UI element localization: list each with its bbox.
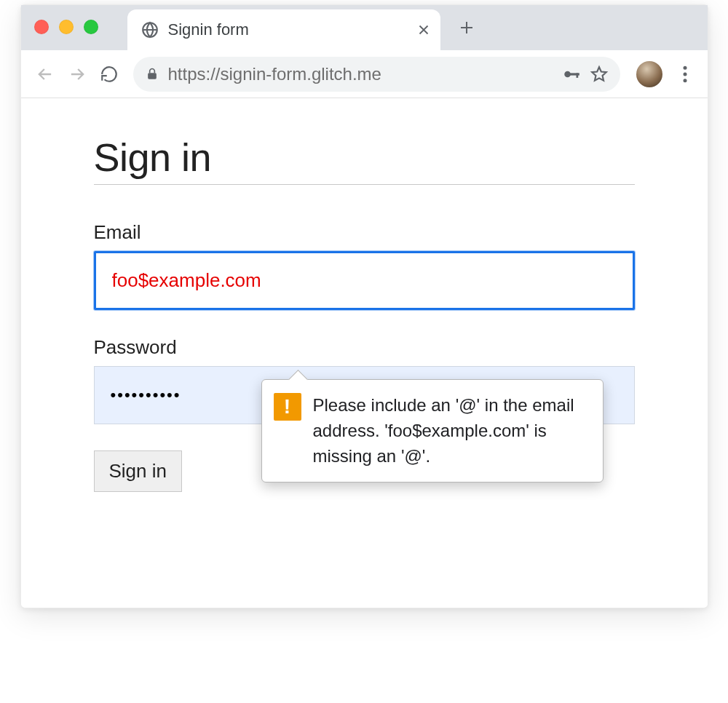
svg-rect-4 <box>576 73 578 78</box>
validation-message: Please include an '@' in the email addre… <box>313 393 588 469</box>
window-controls <box>34 20 98 34</box>
page-content: Sign in Email Password Sign in ! Please … <box>21 98 708 608</box>
warning-icon: ! <box>274 393 301 421</box>
tab-title: Signin form <box>168 20 416 39</box>
svg-point-6 <box>683 72 687 76</box>
svg-point-2 <box>564 71 571 77</box>
reload-button[interactable] <box>97 62 122 87</box>
svg-point-5 <box>683 65 687 69</box>
page-heading: Sign in <box>94 135 635 185</box>
svg-point-7 <box>683 79 687 82</box>
globe-icon <box>141 20 159 39</box>
password-key-icon[interactable] <box>562 65 581 84</box>
url-text: https://signin-form.glitch.me <box>168 64 553 84</box>
back-button[interactable] <box>33 62 58 87</box>
menu-button[interactable] <box>674 63 696 85</box>
email-label: Email <box>94 221 635 244</box>
address-bar[interactable]: https://signin-form.glitch.me <box>133 57 620 92</box>
toolbar: https://signin-form.glitch.me <box>21 50 708 98</box>
tab-close-icon[interactable] <box>416 22 432 38</box>
browser-tab[interactable]: Signin form <box>127 9 440 50</box>
password-label: Password <box>94 336 635 359</box>
lock-icon <box>145 67 159 82</box>
titlebar: Signin form <box>21 5 708 50</box>
forward-button[interactable] <box>65 62 90 87</box>
bookmark-star-icon[interactable] <box>590 65 609 84</box>
window-fullscreen-button[interactable] <box>84 20 98 34</box>
profile-avatar[interactable] <box>636 61 662 87</box>
validation-tooltip: ! Please include an '@' in the email add… <box>261 379 604 482</box>
signin-button[interactable]: Sign in <box>94 450 183 492</box>
window-minimize-button[interactable] <box>59 20 74 34</box>
browser-window: Signin form <box>20 4 708 608</box>
svg-rect-1 <box>148 73 157 79</box>
window-close-button[interactable] <box>34 20 49 34</box>
new-tab-button[interactable] <box>458 19 475 36</box>
email-input[interactable] <box>94 251 635 310</box>
